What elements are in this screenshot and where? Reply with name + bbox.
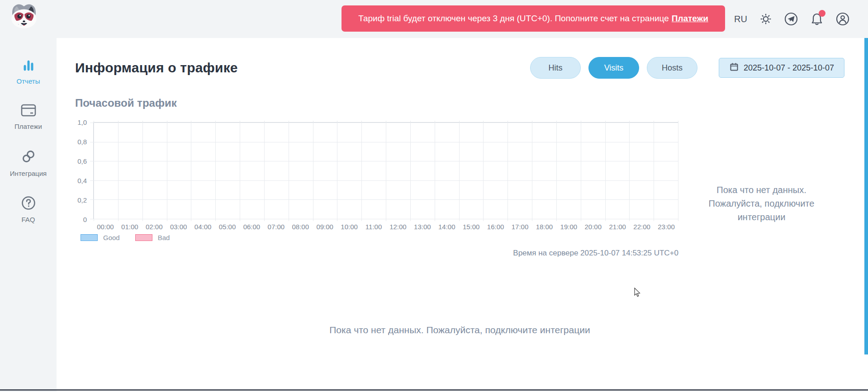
x-tick-label: 00:00 <box>97 223 114 231</box>
gridline <box>556 121 557 221</box>
gridline <box>90 199 678 200</box>
tab-visits[interactable]: Visits <box>588 57 639 79</box>
date-range-picker[interactable]: 2025-10-07 - 2025-10-07 <box>719 58 844 78</box>
notifications-bell-icon[interactable] <box>810 12 824 26</box>
legend-good-label: Good <box>103 234 120 241</box>
calendar-icon <box>729 62 739 74</box>
gridline <box>90 180 678 181</box>
y-tick-label: 0,6 <box>77 157 87 165</box>
window-bottom-border <box>0 389 868 391</box>
gridline <box>240 121 240 221</box>
x-axis-labels: 00:0001:0002:0003:0004:0005:0006:0007:00… <box>93 219 678 231</box>
y-tick-label: 1,0 <box>77 118 87 126</box>
x-tick-label: 20:00 <box>585 223 602 231</box>
x-tick-label: 15:00 <box>463 223 480 231</box>
report-controls: Hits Visits Hosts 2025-10-07 - 2025-10-0… <box>530 57 844 79</box>
telegram-icon[interactable] <box>784 12 798 26</box>
bar-chart-icon <box>21 58 36 74</box>
page-title: Информация о трафике <box>75 60 238 76</box>
x-tick-label: 21:00 <box>609 223 626 231</box>
tab-hosts[interactable]: Hosts <box>647 57 697 79</box>
gridline <box>581 121 581 221</box>
banner-payments-link[interactable]: Платежи <box>672 14 708 24</box>
x-tick-label: 11:00 <box>365 223 382 231</box>
gridline <box>629 121 630 221</box>
x-tick-label: 17:00 <box>512 223 529 231</box>
x-tick-label: 08:00 <box>292 223 309 231</box>
language-switcher[interactable]: RU <box>734 14 747 24</box>
gridline <box>386 121 386 221</box>
chart-legend: Good Bad <box>81 234 678 241</box>
gridline <box>215 121 216 221</box>
legend-good-swatch <box>81 234 98 241</box>
sun-theme-icon[interactable] <box>759 12 773 26</box>
sidebar-item-label: FAQ <box>21 216 35 223</box>
gridline <box>459 121 460 221</box>
y-tick-label: 0 <box>83 216 87 223</box>
gridline <box>435 121 435 221</box>
sidebar-item-payments[interactable]: Платежи <box>0 103 57 130</box>
sidebar-item-reports[interactable]: Отчеты <box>0 58 57 85</box>
credit-card-icon <box>20 103 37 119</box>
gridline <box>94 121 94 221</box>
gridline <box>264 121 265 221</box>
gridline <box>337 121 337 221</box>
chart-plot <box>93 122 678 219</box>
gridline <box>191 121 191 221</box>
x-tick-label: 19:00 <box>560 223 578 231</box>
x-tick-label: 05:00 <box>219 223 236 231</box>
trial-warning-banner: Тариф trial будет отключен через 3 дня (… <box>342 5 725 32</box>
gridline <box>605 121 606 221</box>
sidebar-item-faq[interactable]: FAQ <box>0 195 57 223</box>
gridline <box>654 121 654 221</box>
question-circle-icon <box>21 195 36 213</box>
gridline <box>483 121 484 221</box>
y-axis-labels: 1,00,80,60,40,20 <box>75 122 93 219</box>
server-time: Время на сервере 2025-10-07 14:53:25 UTC… <box>75 249 678 258</box>
gridline <box>289 121 289 221</box>
sidebar-item-label: Отчеты <box>17 77 40 85</box>
x-tick-label: 18:00 <box>536 223 553 231</box>
gridline <box>90 142 678 142</box>
sidebar-item-integration[interactable]: Интеграция <box>0 148 57 177</box>
gridline <box>118 121 119 221</box>
no-data-message-bottom: Пока что нет данных. Пожалуйста, подключ… <box>75 325 844 335</box>
main-content: Информация о трафике Hits Visits Hosts 2… <box>57 38 864 392</box>
gridline <box>90 123 678 123</box>
x-tick-label: 23:00 <box>658 223 675 231</box>
no-data-message-side: Пока что нет данных. Пожалуйста, подключ… <box>703 183 820 224</box>
legend-bad-swatch <box>135 234 152 241</box>
top-header: Тариф trial будет отключен через 3 дня (… <box>0 0 868 38</box>
x-tick-label: 01:00 <box>121 223 138 231</box>
sidebar: Отчеты Платежи Интеграция <box>0 38 57 392</box>
raccoon-logo[interactable] <box>10 3 38 29</box>
hourly-traffic-chart: 1,00,80,60,40,20 00:0001:0002:0003:0004:… <box>75 122 678 258</box>
y-tick-label: 0,8 <box>77 138 87 146</box>
link-icon <box>20 148 37 166</box>
sidebar-item-label: Платежи <box>14 123 42 130</box>
x-tick-label: 06:00 <box>243 223 261 231</box>
scrollbar-thumb[interactable] <box>864 38 868 354</box>
x-tick-label: 02:00 <box>146 223 163 231</box>
x-tick-label: 03:00 <box>170 223 187 231</box>
banner-text: Тариф trial будет отключен через 3 дня (… <box>358 14 669 24</box>
section-title: Почасовой трафик <box>75 97 844 109</box>
sidebar-item-label: Интеграция <box>10 170 47 177</box>
gridline <box>508 121 508 221</box>
tab-hits[interactable]: Hits <box>530 57 581 79</box>
x-tick-label: 13:00 <box>414 223 431 231</box>
y-tick-label: 0,2 <box>77 196 87 204</box>
gridline <box>167 121 167 221</box>
gridline <box>678 121 678 221</box>
x-tick-label: 10:00 <box>341 223 358 231</box>
x-tick-label: 09:00 <box>316 223 333 231</box>
gridline <box>361 121 362 221</box>
legend-bad-label: Bad <box>158 234 170 241</box>
x-tick-label: 04:00 <box>194 223 212 231</box>
profile-icon[interactable] <box>836 12 849 26</box>
x-tick-label: 14:00 <box>438 223 455 231</box>
date-range-value: 2025-10-07 - 2025-10-07 <box>744 63 834 73</box>
gridline <box>532 121 532 221</box>
x-tick-label: 22:00 <box>633 223 650 231</box>
x-tick-label: 07:00 <box>268 223 285 231</box>
